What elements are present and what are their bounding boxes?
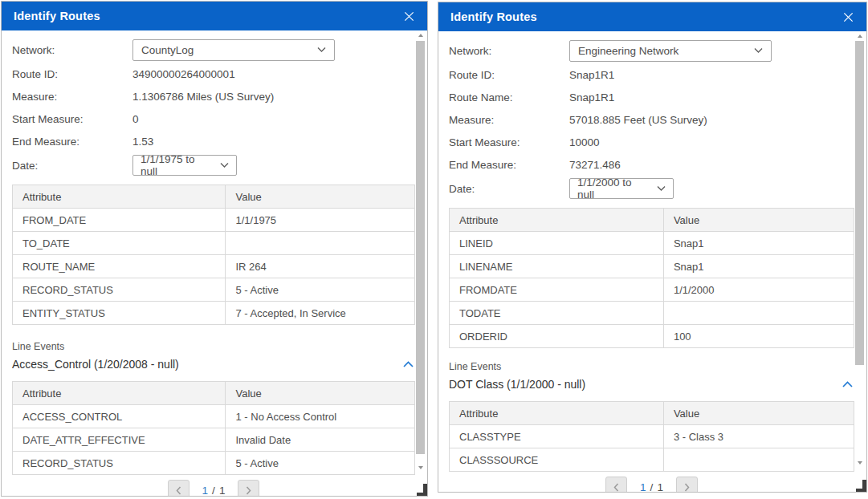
scroll-down-icon[interactable] [858,461,862,465]
field-row-route-name: Route Name: Snap1R1 [449,86,854,108]
field-row-date: Date: 1/1/1975 to null [12,152,415,178]
resize-grip[interactable] [417,484,427,496]
field-row-route-id: Route ID: 34900000264000001 [12,63,415,85]
field-label: Date: [12,160,132,172]
date-select[interactable]: 1/1/2000 to null [569,178,674,199]
total-pages: 1 [219,485,226,497]
page-separator: / [212,485,215,497]
chevron-down-icon [317,47,326,52]
field-value: 0 [132,113,139,125]
value-column-header: Value [226,382,415,405]
table-row: ROUTE_NAMEIR 264 [13,255,415,278]
value-cell: IR 264 [226,255,415,278]
attribute-cell: DATE_ATTR_EFFECTIVE [13,428,226,452]
field-row-date: Date: 1/1/2000 to null [449,176,854,201]
table-row: TODATE [450,302,854,325]
scrollbar-thumb[interactable] [416,41,425,454]
attribute-cell: RECORD_STATUS [13,452,226,475]
line-events-table: Attribute Value ACCESS_CONTROL1 - No Acc… [12,381,415,475]
chevron-right-icon [246,486,251,495]
field-row-network: Network: Engineering Network [449,38,854,63]
value-cell: 1 - No Access Control [226,405,415,428]
chevron-left-icon [613,483,619,492]
network-select[interactable]: Engineering Network [569,40,772,62]
chevron-down-icon [220,163,229,168]
value-column-header: Value [226,185,415,209]
field-label: Network: [12,44,132,56]
prev-page-button[interactable] [605,477,627,492]
current-page: 1 [640,481,646,493]
attribute-cell: ENTITY_STATUS [13,302,226,325]
chevron-down-icon [657,186,666,191]
chevron-left-icon [176,486,181,495]
collapse-chevron-up-icon[interactable] [401,359,415,369]
scrollbar-thumb[interactable] [855,41,864,365]
field-row-measure: Measure: 57018.885 Feet (US Survey) [449,108,854,131]
total-pages: 1 [657,481,663,493]
page-indicator: 1 / 1 [202,485,226,497]
resize-grip[interactable] [856,480,866,492]
network-select[interactable]: CountyLog [132,39,335,61]
attribute-cell: TODATE [450,302,664,325]
field-value: 1.1306786 Miles (US Survey) [132,91,274,103]
table-row: ENTITY_STATUS7 - Accepted, In Service [13,302,415,325]
scroll-up-icon[interactable] [418,34,423,37]
table-row: LINENAMESnap1 [450,255,854,278]
scroll-up-icon[interactable] [858,34,862,38]
attribute-column-header: Attribute [13,382,226,405]
table-row: ORDERID100 [450,325,854,348]
table-row: FROM_DATE1/1/1975 [13,209,415,232]
field-label: Route ID: [12,68,132,80]
line-events-section-title: DOT Class (1/1/2000 - null) [449,378,585,391]
value-cell: 100 [663,325,854,348]
value-column-header: Value [663,209,854,232]
scroll-down-icon[interactable] [418,466,423,469]
field-row-start-measure: Start Measure: 10000 [449,131,854,153]
vertical-scrollbar[interactable] [415,33,426,470]
date-select[interactable]: 1/1/1975 to null [132,155,237,176]
field-row-start-measure: Start Measure: 0 [12,108,415,130]
attribute-column-header: Attribute [450,209,664,232]
field-label: Route ID: [449,69,569,81]
table-row: CLASSSOURCE [450,448,854,472]
field-row-measure: Measure: 1.1306786 Miles (US Survey) [12,85,415,108]
field-row-end-measure: End Measure: 73271.486 [449,153,854,176]
attribute-cell: LINEID [450,232,664,255]
pagination: 1 / 1 [449,477,854,492]
next-page-button[interactable] [238,480,259,496]
panel-content: Network: CountyLog Route ID: 34900000264… [2,30,427,496]
table-header-row: Attribute Value [450,209,854,232]
table-header-row: Attribute Value [13,185,415,209]
network-select-value: Engineering Network [578,45,679,57]
value-cell: 5 - Active [226,278,415,302]
line-events-section-header: DOT Class (1/1/2000 - null) [449,374,854,395]
attribute-cell: ORDERID [450,325,664,348]
field-label: Measure: [12,91,132,103]
value-cell [226,232,415,255]
attribute-column-header: Attribute [13,185,226,209]
close-icon[interactable] [842,11,854,23]
pagination: 1 / 1 [12,480,415,496]
line-events-section-title: Access_Control (1/20/2008 - null) [12,358,179,371]
panel-content: Network: Engineering Network Route ID: S… [438,31,866,492]
collapse-chevron-up-icon[interactable] [841,379,854,389]
panel-title: Identify Routes [450,10,537,23]
field-value: 1.53 [132,136,153,148]
table-row: CLASSTYPE3 - Class 3 [450,425,854,448]
attribute-table: Attribute Value LINEIDSnap1 LINENAMESnap… [449,208,854,348]
field-value: 34900000264000001 [132,68,235,80]
close-icon[interactable] [403,10,415,22]
next-page-button[interactable] [676,477,698,492]
prev-page-button[interactable] [168,480,189,496]
vertical-scrollbar[interactable] [854,34,865,465]
attribute-cell: TO_DATE [13,232,226,255]
line-events-label: Line Events [449,361,854,372]
line-events-table: Attribute Value CLASSTYPE3 - Class 3 CLA… [449,401,854,472]
field-label: Date: [449,183,569,195]
field-label: Start Measure: [12,113,132,125]
identify-routes-panel-right: Identify Routes Network: Engineering Net… [438,2,867,493]
line-events-label: Line Events [12,341,415,352]
field-value: Snap1R1 [569,69,614,81]
value-cell: Invalid Date [226,428,415,452]
field-label: Start Measure: [449,136,569,148]
